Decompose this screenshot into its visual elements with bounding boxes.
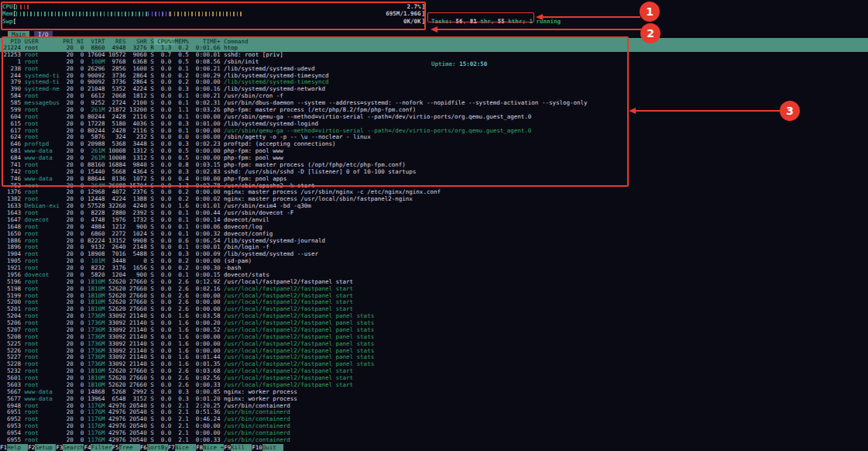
process-cell: 20 0 (63, 168, 84, 175)
process-cell: 20 0 (63, 264, 84, 271)
process-cell: 5228 (0, 360, 25, 367)
process-cell: (sd-pam) (224, 257, 252, 264)
process-cell: 20 0 (63, 298, 84, 305)
process-cell: dovecot/config (224, 230, 273, 237)
process-cell: 379 (0, 78, 25, 85)
fkey-f2[interactable]: F2 (28, 444, 35, 451)
process-cell: 1810M (84, 367, 105, 374)
process-cell: 5200 (0, 298, 25, 305)
process-cell: root (25, 408, 63, 415)
process-cell: 42976 20540 S 0.0 2.1 2:20.25 (105, 402, 224, 409)
process-cell: 3176 1656 S 0.0 0.2 0:00.30 (105, 264, 224, 271)
process-cell: root (25, 182, 63, 189)
fkey-label-setup[interactable]: Setup (35, 444, 56, 451)
process-cell: 20 0 (63, 51, 84, 58)
fkey-label-nice-[interactable]: Nice + (203, 444, 224, 451)
process-cell: 42976 20540 S 0.0 2.1 0:00.00 (105, 429, 224, 436)
process-cell: 33092 21140 S 0.0 1.6 0:00.52 (105, 326, 224, 333)
process-cell: www-data (25, 395, 63, 402)
process-cell: root (25, 333, 63, 340)
process-cell: /usr/local/fastpanel2/fastpanel start (224, 292, 353, 299)
process-list: 21224 root 20 0 8860 4948 3276 R 1.3 0.2… (0, 45, 868, 444)
process-cell: 52620 27660 S 0.0 2.6 0:00.33 (105, 381, 224, 388)
cpu-meter-close-bracket: ] (421, 3, 425, 10)
process-cell: 20 0 (63, 319, 84, 326)
process-cell: 5232 (0, 367, 25, 374)
fkey-label-tree[interactable]: Tree (119, 444, 140, 451)
info-text: 56 (456, 18, 463, 25)
process-cell: 1810M (84, 298, 105, 305)
process-cell: php-fpm: master process (/etc/php/8.2/fp… (224, 106, 416, 113)
fkey-f10[interactable]: F10 (252, 444, 262, 451)
process-cell: /bin/login -f (224, 243, 269, 250)
process-cell: proftpd: (accepting connections) (224, 140, 336, 147)
process-cell: root (25, 347, 63, 354)
cpu-meter-label: CPU (2, 3, 13, 10)
process-cell: 2068 1812 S 0.0 0.1 0:00.21 (105, 92, 224, 99)
mem-meter: Mem[695M/1.96G] (2, 10, 425, 17)
process-cell: 5668 4364 S 0.0 0.3 0:02.83 (105, 168, 224, 175)
tab-io[interactable]: I/O (34, 31, 53, 38)
fkey-label-quit[interactable]: Quit (262, 444, 283, 451)
fkey-f9[interactable]: F9 (224, 444, 231, 451)
process-cell: 1176M (84, 415, 105, 422)
fkey-f5[interactable]: F5 (112, 444, 119, 451)
tab-main[interactable]: Main (8, 31, 29, 38)
process-cell: 1886 (0, 237, 25, 244)
process-cell: sshd: /usr/sbin/sshd -D [listener] 0 of … (224, 168, 416, 175)
process-cell: systemd-ne (25, 85, 63, 92)
process-cell: nginx: worker process (224, 388, 297, 395)
process-cell: /lib/systemd/systemd-logind (224, 120, 318, 127)
process-cell: 18908 (84, 250, 105, 257)
process-cell: 4072 2376 S 0.0 0.2 0:00.00 (105, 188, 224, 195)
process-cell: 6548 3152 S 0.0 0.3 0:01.20 (105, 395, 224, 402)
process-cell: 2724 2100 S 0.0 0.1 0:02.31 (105, 99, 224, 106)
meter-bar-segment (148, 12, 170, 17)
process-cell: 684 (0, 154, 25, 161)
fkey-label-search[interactable]: Search (63, 444, 84, 451)
fkey-f3[interactable]: F3 (56, 444, 63, 451)
fkey-f8[interactable]: F8 (196, 444, 203, 451)
process-cell: 8232 (84, 264, 105, 271)
fkey-f7[interactable]: F7 (168, 444, 175, 451)
fkey-label-sortby[interactable]: SortBy (147, 444, 168, 451)
process-cell: www-data (25, 175, 63, 182)
fkey-label-help[interactable]: Help (7, 444, 28, 451)
fkey-label-kill[interactable]: Kill (231, 444, 252, 451)
process-cell: 1176M (84, 429, 105, 436)
process-cell: 20 0 (63, 72, 84, 79)
process-cell: 1176M (84, 408, 105, 415)
fkey-f6[interactable]: F6 (140, 444, 147, 451)
process-cell: Debian-exi (25, 202, 63, 209)
annotation-badge-1: 1 (640, 2, 660, 22)
process-cell: 1204 900 S 0.0 0.1 0:00.15 (105, 271, 224, 278)
process-cell: 604 (0, 113, 25, 120)
process-cell: /usr/local/fastpanel2/fastpanel start (224, 367, 353, 374)
fkey-f1[interactable]: F1 (0, 444, 7, 451)
process-cell: root (25, 278, 63, 285)
process-cell: 5199 (0, 292, 25, 299)
process-row[interactable]: 6955 root 20 0 1176M 42976 20540 S 0.0 2… (0, 437, 868, 444)
process-cell: /lib/systemd/systemd-timesyncd (224, 78, 328, 85)
process-cell: 20 0 (63, 250, 84, 257)
process-cell: 1904 (0, 250, 25, 257)
process-cell: 20 0 (63, 367, 84, 374)
process-cell: root (25, 367, 63, 374)
process-cell: /usr/local/fastpanel2/fastpanel panel st… (224, 312, 374, 319)
process-cell: 20 0 (63, 381, 84, 388)
info-text: running (533, 18, 561, 25)
process-cell: 52620 27660 S 0.0 2.6 0:02.56 (105, 374, 224, 381)
process-cell: root (25, 250, 63, 257)
fkey-label-nice-[interactable]: Nice - (175, 444, 196, 451)
fkey-f4[interactable]: F4 (84, 444, 91, 451)
fkey-label-filter[interactable]: Filter (91, 444, 112, 451)
process-cell: 20 0 (63, 182, 84, 189)
process-cell: /usr/sbin/qemu-ga --method=virtio-serial… (224, 113, 531, 120)
process-cell: 12448 (84, 195, 105, 202)
process-cell: /usr/bin/containerd (224, 408, 290, 415)
process-cell: 52620 27660 S 0.0 2.6 0:00.00 (105, 305, 224, 312)
process-cell: /usr/local/fastpanel2/fastpanel start (224, 381, 353, 388)
process-cell: dovecot (25, 216, 63, 223)
process-cell: /usr/local/fastpanel2/fastpanel start (224, 285, 353, 292)
process-cell: 52620 27660 S 0.0 2.6 0:00.00 (105, 292, 224, 299)
